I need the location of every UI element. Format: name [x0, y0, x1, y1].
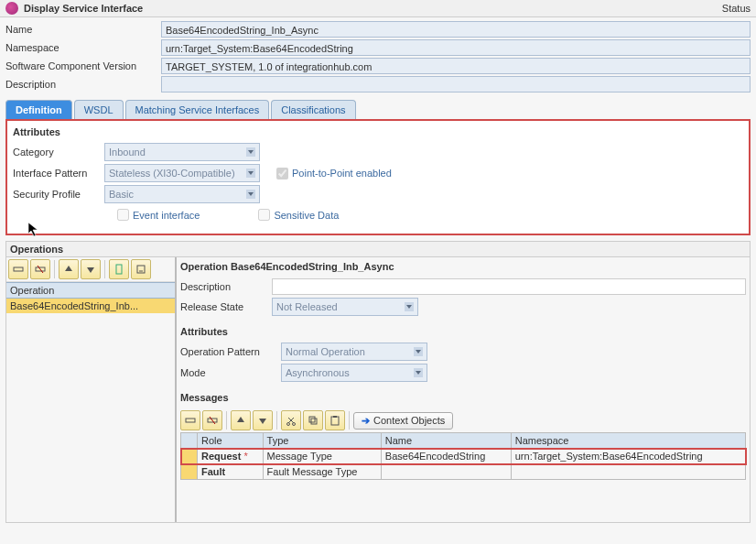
svg-rect-19: [333, 416, 337, 418]
page-title: Display Service Interface: [24, 3, 722, 14]
op-description-field[interactable]: [272, 278, 746, 295]
dropdown-icon: [414, 347, 423, 356]
op-attributes-heading: Attributes: [180, 326, 746, 337]
add-row-button[interactable]: [8, 259, 28, 279]
operation-list-item[interactable]: Base64EncodedString_Inb...: [6, 299, 175, 313]
namespace-header[interactable]: Namespace: [511, 433, 745, 449]
event-checkbox[interactable]: Event interface: [113, 206, 200, 223]
mode-dropdown[interactable]: Asynchronous: [281, 364, 427, 382]
pattern-dropdown[interactable]: Stateless (XI30-Compatible): [104, 164, 260, 182]
table-row[interactable]: Request * Message Type Base64EncodedStri…: [181, 449, 746, 464]
namespace-cell[interactable]: [511, 464, 745, 480]
namespace-cell[interactable]: urn:Target_System:Base64EncodedString: [511, 449, 745, 464]
namespace-label: Namespace: [5, 42, 161, 53]
row-selector-header[interactable]: [181, 433, 198, 449]
op-description-label: Description: [180, 281, 272, 292]
namespace-field: urn:Target_System:Base64EncodedString: [161, 39, 751, 56]
svg-rect-17: [311, 419, 317, 424]
separator: [276, 411, 277, 430]
tools-button[interactable]: [131, 259, 151, 279]
copy-button[interactable]: [303, 410, 323, 430]
category-label: Category: [13, 147, 104, 158]
separator: [349, 411, 350, 430]
separator: [54, 260, 55, 278]
table-row[interactable]: Fault Fault Message Type: [181, 464, 746, 480]
swcv-label: Software Component Version: [5, 60, 161, 71]
svg-rect-16: [309, 417, 315, 422]
dropdown-icon: [246, 169, 255, 178]
dropdown-icon: [414, 368, 423, 377]
op-pattern-dropdown[interactable]: Normal Operation: [281, 343, 427, 361]
dropdown-icon: [246, 147, 255, 157]
svg-line-5: [38, 266, 43, 273]
move-down-button[interactable]: [253, 410, 273, 430]
context-objects-button[interactable]: ➔ Context Objects: [353, 412, 453, 430]
svg-line-13: [210, 417, 215, 424]
security-label: Security Profile: [13, 189, 104, 200]
insert-row-button[interactable]: [180, 410, 200, 430]
separator: [104, 260, 105, 278]
category-value: Inbound: [109, 147, 146, 158]
delete-row-button[interactable]: [30, 259, 50, 279]
operation-column-header[interactable]: Operation: [6, 282, 175, 299]
dropdown-icon: [405, 302, 414, 311]
security-value: Basic: [109, 189, 134, 200]
svg-rect-3: [14, 267, 23, 271]
type-cell: Fault Message Type: [263, 464, 381, 480]
name-header[interactable]: Name: [381, 433, 511, 449]
description-label: Description: [5, 79, 161, 90]
separator: [226, 411, 227, 430]
svg-rect-6: [116, 265, 122, 274]
name-cell[interactable]: [381, 464, 511, 480]
role-header[interactable]: Role: [198, 433, 264, 449]
category-dropdown[interactable]: Inbound: [104, 143, 260, 161]
mode-label: Mode: [180, 367, 281, 378]
tab-classifications[interactable]: Classifications: [271, 100, 355, 119]
role-cell: Fault: [198, 464, 264, 480]
messages-heading: Messages: [180, 392, 746, 403]
pattern-value: Stateless (XI30-Compatible): [109, 168, 235, 179]
operations-heading: Operations: [5, 241, 751, 257]
p2p-checkbox[interactable]: Point-to-Point enabled: [273, 165, 392, 182]
release-state-dropdown[interactable]: Not Released: [272, 298, 418, 316]
pattern-label: Interface Pattern: [13, 168, 104, 179]
op-pattern-label: Operation Pattern: [180, 346, 281, 357]
move-up-button[interactable]: [59, 259, 79, 279]
paste-button[interactable]: [325, 410, 345, 430]
move-down-button[interactable]: [81, 259, 101, 279]
row-selector[interactable]: [181, 449, 198, 464]
p2p-label: Point-to-Point enabled: [292, 168, 392, 179]
release-state-label: Release State: [180, 301, 272, 312]
release-state-value: Not Released: [276, 301, 338, 312]
sensitive-checkbox[interactable]: Sensitive Data: [254, 206, 339, 223]
sensitive-label: Sensitive Data: [274, 210, 339, 221]
op-pattern-value: Normal Operation: [286, 346, 365, 357]
svg-point-14: [287, 423, 290, 426]
tab-matching[interactable]: Matching Service Interfaces: [125, 100, 270, 119]
type-header[interactable]: Type: [263, 433, 381, 449]
security-dropdown[interactable]: Basic: [104, 185, 260, 203]
tab-wsdl[interactable]: WSDL: [74, 100, 124, 119]
event-label: Event interface: [133, 210, 200, 221]
arrow-right-icon: ➔: [362, 415, 370, 427]
svg-rect-11: [186, 419, 195, 422]
tab-definition[interactable]: Definition: [5, 100, 72, 119]
svg-rect-18: [331, 417, 339, 425]
name-label: Name: [5, 24, 161, 35]
row-selector[interactable]: [181, 464, 198, 480]
remove-row-button[interactable]: [202, 410, 222, 430]
status-label: Status: [722, 3, 751, 14]
svg-point-15: [293, 423, 296, 426]
move-up-button[interactable]: [231, 410, 251, 430]
context-objects-label: Context Objects: [373, 415, 445, 426]
service-interface-icon: [5, 2, 18, 15]
description-field: [161, 76, 751, 92]
cut-button[interactable]: [281, 410, 301, 430]
attributes-heading: Attributes: [13, 126, 743, 137]
svg-rect-7: [137, 266, 145, 273]
messages-table: Role Type Name Namespace Request * Messa…: [180, 432, 746, 480]
dropdown-icon: [246, 190, 255, 199]
mode-value: Asynchronous: [286, 367, 350, 378]
navigate-button[interactable]: [109, 259, 129, 279]
name-cell[interactable]: Base64EncodedString: [381, 449, 511, 464]
